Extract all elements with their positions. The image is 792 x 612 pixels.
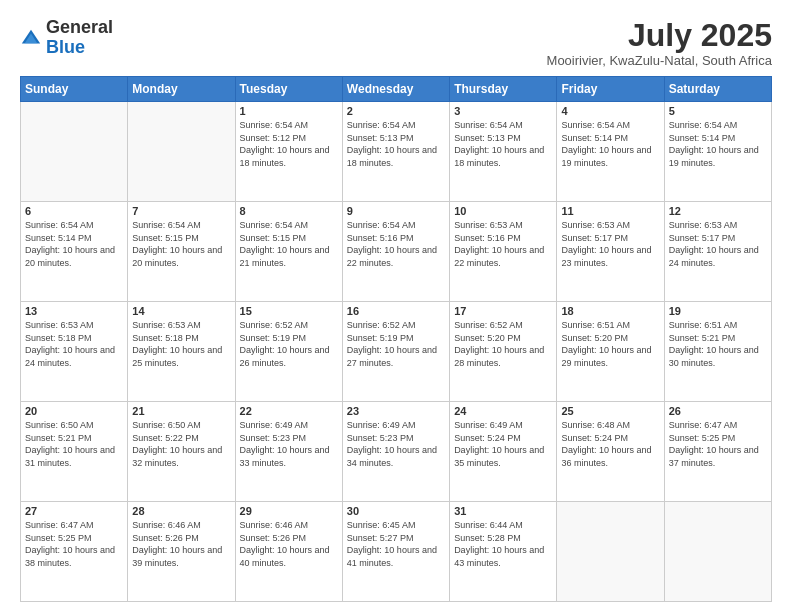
calendar-week-row: 27Sunrise: 6:47 AMSunset: 5:25 PMDayligh… — [21, 502, 772, 602]
calendar-week-row: 1Sunrise: 6:54 AMSunset: 5:12 PMDaylight… — [21, 102, 772, 202]
calendar-day-cell: 24Sunrise: 6:49 AMSunset: 5:24 PMDayligh… — [450, 402, 557, 502]
day-info: Sunrise: 6:53 AMSunset: 5:16 PMDaylight:… — [454, 219, 552, 269]
day-number: 28 — [132, 505, 230, 517]
calendar-day-cell: 13Sunrise: 6:53 AMSunset: 5:18 PMDayligh… — [21, 302, 128, 402]
day-number: 11 — [561, 205, 659, 217]
day-info: Sunrise: 6:50 AMSunset: 5:22 PMDaylight:… — [132, 419, 230, 469]
day-info: Sunrise: 6:54 AMSunset: 5:14 PMDaylight:… — [25, 219, 123, 269]
day-number: 7 — [132, 205, 230, 217]
day-number: 24 — [454, 405, 552, 417]
calendar-header-row: SundayMondayTuesdayWednesdayThursdayFrid… — [21, 77, 772, 102]
day-number: 23 — [347, 405, 445, 417]
logo: General Blue — [20, 18, 113, 58]
day-number: 21 — [132, 405, 230, 417]
day-number: 22 — [240, 405, 338, 417]
calendar-day-cell: 3Sunrise: 6:54 AMSunset: 5:13 PMDaylight… — [450, 102, 557, 202]
calendar-day-cell: 19Sunrise: 6:51 AMSunset: 5:21 PMDayligh… — [664, 302, 771, 402]
calendar-day-cell — [21, 102, 128, 202]
day-info: Sunrise: 6:53 AMSunset: 5:18 PMDaylight:… — [25, 319, 123, 369]
day-of-week-header: Tuesday — [235, 77, 342, 102]
calendar-day-cell: 23Sunrise: 6:49 AMSunset: 5:23 PMDayligh… — [342, 402, 449, 502]
day-of-week-header: Monday — [128, 77, 235, 102]
day-info: Sunrise: 6:49 AMSunset: 5:23 PMDaylight:… — [347, 419, 445, 469]
day-info: Sunrise: 6:46 AMSunset: 5:26 PMDaylight:… — [132, 519, 230, 569]
day-number: 10 — [454, 205, 552, 217]
day-info: Sunrise: 6:52 AMSunset: 5:19 PMDaylight:… — [347, 319, 445, 369]
day-number: 12 — [669, 205, 767, 217]
title-block: July 2025 Mooirivier, KwaZulu-Natal, Sou… — [547, 18, 772, 68]
calendar-day-cell: 4Sunrise: 6:54 AMSunset: 5:14 PMDaylight… — [557, 102, 664, 202]
calendar-day-cell — [664, 502, 771, 602]
calendar-day-cell: 12Sunrise: 6:53 AMSunset: 5:17 PMDayligh… — [664, 202, 771, 302]
day-info: Sunrise: 6:52 AMSunset: 5:19 PMDaylight:… — [240, 319, 338, 369]
calendar-day-cell: 6Sunrise: 6:54 AMSunset: 5:14 PMDaylight… — [21, 202, 128, 302]
logo-general-text: General — [46, 17, 113, 37]
calendar-day-cell: 27Sunrise: 6:47 AMSunset: 5:25 PMDayligh… — [21, 502, 128, 602]
day-number: 8 — [240, 205, 338, 217]
day-number: 31 — [454, 505, 552, 517]
day-number: 9 — [347, 205, 445, 217]
day-number: 4 — [561, 105, 659, 117]
day-number: 5 — [669, 105, 767, 117]
day-of-week-header: Saturday — [664, 77, 771, 102]
day-info: Sunrise: 6:50 AMSunset: 5:21 PMDaylight:… — [25, 419, 123, 469]
calendar-day-cell: 17Sunrise: 6:52 AMSunset: 5:20 PMDayligh… — [450, 302, 557, 402]
calendar-day-cell: 5Sunrise: 6:54 AMSunset: 5:14 PMDaylight… — [664, 102, 771, 202]
calendar-day-cell — [128, 102, 235, 202]
day-number: 17 — [454, 305, 552, 317]
day-number: 26 — [669, 405, 767, 417]
day-of-week-header: Sunday — [21, 77, 128, 102]
calendar-day-cell: 16Sunrise: 6:52 AMSunset: 5:19 PMDayligh… — [342, 302, 449, 402]
day-number: 18 — [561, 305, 659, 317]
calendar-day-cell: 9Sunrise: 6:54 AMSunset: 5:16 PMDaylight… — [342, 202, 449, 302]
calendar-day-cell: 31Sunrise: 6:44 AMSunset: 5:28 PMDayligh… — [450, 502, 557, 602]
day-number: 19 — [669, 305, 767, 317]
day-of-week-header: Wednesday — [342, 77, 449, 102]
day-info: Sunrise: 6:53 AMSunset: 5:17 PMDaylight:… — [561, 219, 659, 269]
logo-icon — [20, 27, 42, 49]
calendar-day-cell: 22Sunrise: 6:49 AMSunset: 5:23 PMDayligh… — [235, 402, 342, 502]
day-info: Sunrise: 6:46 AMSunset: 5:26 PMDaylight:… — [240, 519, 338, 569]
day-info: Sunrise: 6:48 AMSunset: 5:24 PMDaylight:… — [561, 419, 659, 469]
day-info: Sunrise: 6:51 AMSunset: 5:20 PMDaylight:… — [561, 319, 659, 369]
calendar-day-cell: 11Sunrise: 6:53 AMSunset: 5:17 PMDayligh… — [557, 202, 664, 302]
calendar-day-cell: 20Sunrise: 6:50 AMSunset: 5:21 PMDayligh… — [21, 402, 128, 502]
day-number: 30 — [347, 505, 445, 517]
day-info: Sunrise: 6:51 AMSunset: 5:21 PMDaylight:… — [669, 319, 767, 369]
day-of-week-header: Thursday — [450, 77, 557, 102]
day-info: Sunrise: 6:54 AMSunset: 5:14 PMDaylight:… — [669, 119, 767, 169]
calendar-day-cell: 18Sunrise: 6:51 AMSunset: 5:20 PMDayligh… — [557, 302, 664, 402]
day-info: Sunrise: 6:45 AMSunset: 5:27 PMDaylight:… — [347, 519, 445, 569]
logo-text: General Blue — [46, 18, 113, 58]
day-number: 16 — [347, 305, 445, 317]
day-info: Sunrise: 6:53 AMSunset: 5:17 PMDaylight:… — [669, 219, 767, 269]
day-info: Sunrise: 6:47 AMSunset: 5:25 PMDaylight:… — [669, 419, 767, 469]
day-info: Sunrise: 6:52 AMSunset: 5:20 PMDaylight:… — [454, 319, 552, 369]
day-info: Sunrise: 6:54 AMSunset: 5:14 PMDaylight:… — [561, 119, 659, 169]
logo-blue-text: Blue — [46, 37, 85, 57]
calendar-day-cell: 8Sunrise: 6:54 AMSunset: 5:15 PMDaylight… — [235, 202, 342, 302]
day-number: 6 — [25, 205, 123, 217]
day-info: Sunrise: 6:54 AMSunset: 5:12 PMDaylight:… — [240, 119, 338, 169]
calendar-day-cell: 10Sunrise: 6:53 AMSunset: 5:16 PMDayligh… — [450, 202, 557, 302]
day-info: Sunrise: 6:54 AMSunset: 5:16 PMDaylight:… — [347, 219, 445, 269]
day-number: 15 — [240, 305, 338, 317]
day-info: Sunrise: 6:54 AMSunset: 5:13 PMDaylight:… — [454, 119, 552, 169]
day-info: Sunrise: 6:47 AMSunset: 5:25 PMDaylight:… — [25, 519, 123, 569]
calendar-day-cell: 14Sunrise: 6:53 AMSunset: 5:18 PMDayligh… — [128, 302, 235, 402]
day-number: 27 — [25, 505, 123, 517]
calendar-week-row: 20Sunrise: 6:50 AMSunset: 5:21 PMDayligh… — [21, 402, 772, 502]
calendar-week-row: 13Sunrise: 6:53 AMSunset: 5:18 PMDayligh… — [21, 302, 772, 402]
day-number: 20 — [25, 405, 123, 417]
header: General Blue July 2025 Mooirivier, KwaZu… — [20, 18, 772, 68]
day-info: Sunrise: 6:49 AMSunset: 5:24 PMDaylight:… — [454, 419, 552, 469]
calendar-day-cell: 25Sunrise: 6:48 AMSunset: 5:24 PMDayligh… — [557, 402, 664, 502]
page: General Blue July 2025 Mooirivier, KwaZu… — [0, 0, 792, 612]
calendar-table: SundayMondayTuesdayWednesdayThursdayFrid… — [20, 76, 772, 602]
day-of-week-header: Friday — [557, 77, 664, 102]
calendar-day-cell: 1Sunrise: 6:54 AMSunset: 5:12 PMDaylight… — [235, 102, 342, 202]
day-info: Sunrise: 6:53 AMSunset: 5:18 PMDaylight:… — [132, 319, 230, 369]
day-info: Sunrise: 6:54 AMSunset: 5:13 PMDaylight:… — [347, 119, 445, 169]
day-info: Sunrise: 6:49 AMSunset: 5:23 PMDaylight:… — [240, 419, 338, 469]
main-title: July 2025 — [547, 18, 772, 53]
